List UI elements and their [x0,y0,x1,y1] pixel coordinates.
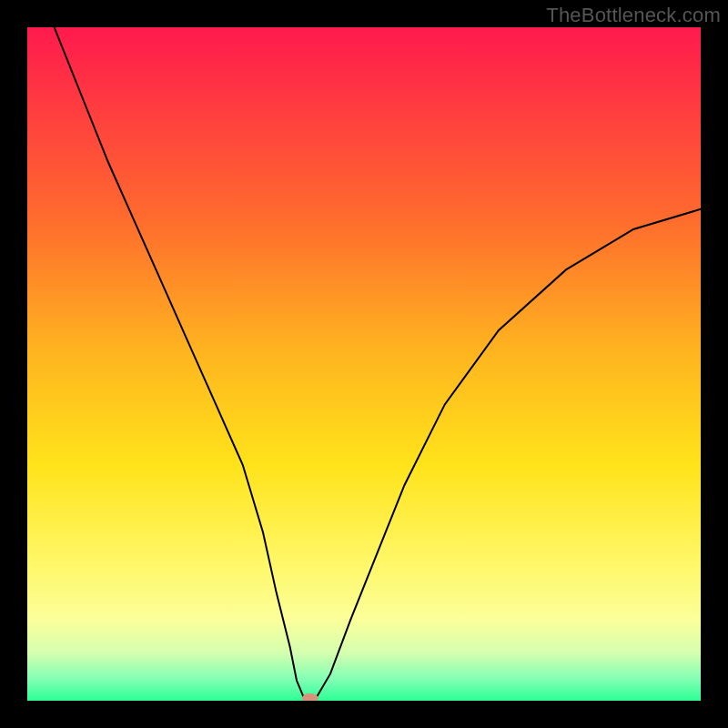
gradient-background [27,27,701,701]
watermark-text: TheBottleneck.com [546,4,721,27]
bottleneck-chart [27,27,701,701]
chart-frame [27,27,701,701]
